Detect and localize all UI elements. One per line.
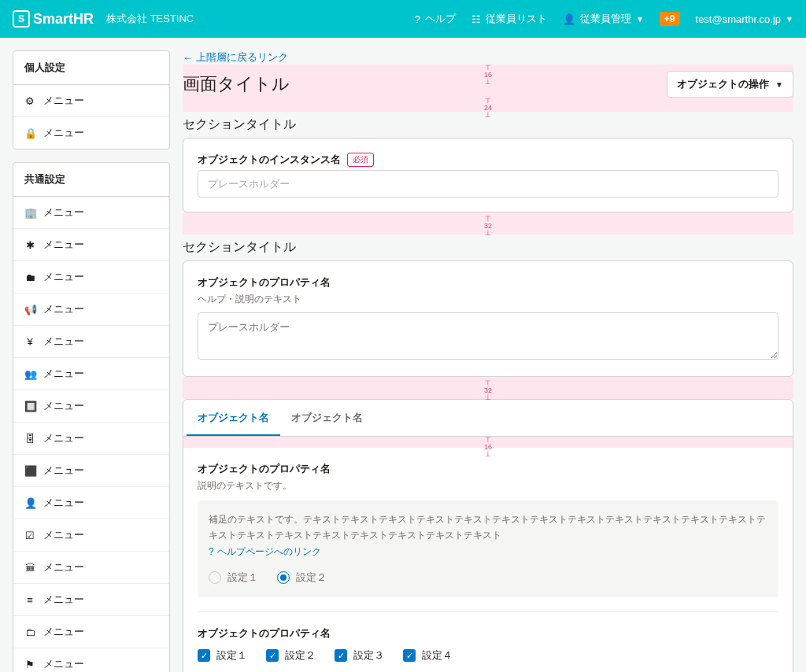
sidebar-item[interactable]: 🔲メニュー bbox=[13, 390, 169, 423]
help-page-link[interactable]: ?ヘルプページへのリンク bbox=[209, 544, 321, 559]
menu-icon: 🖿 bbox=[24, 271, 35, 283]
list-icon: ☷ bbox=[471, 13, 481, 25]
employee-list-link[interactable]: ☷従業員リスト bbox=[471, 12, 547, 26]
caret-down-icon: ▼ bbox=[786, 15, 793, 24]
tab-object-1[interactable]: オブジェクト名 bbox=[187, 400, 280, 436]
logo[interactable]: S SmartHR bbox=[13, 10, 94, 28]
required-tag: 必須 bbox=[347, 153, 374, 167]
logo-text: SmartHR bbox=[33, 11, 94, 28]
checkbox-icon: ✓ bbox=[266, 649, 279, 662]
field-label: オブジェクトのプロパティ名 bbox=[198, 462, 778, 476]
sidebar-item[interactable]: ⬛メニュー bbox=[13, 455, 169, 487]
help-link[interactable]: ?ヘルプ bbox=[415, 12, 456, 26]
object-action-dropdown[interactable]: オブジェクトの操作▼ bbox=[667, 71, 793, 98]
common-settings-title: 共通設定 bbox=[13, 163, 169, 197]
help-text: ヘルプ・説明のテキスト bbox=[198, 293, 778, 306]
spacing-region: ⊤32⊥ bbox=[183, 212, 793, 234]
sidebar-item[interactable]: 🗄メニュー bbox=[13, 423, 169, 455]
caret-down-icon: ▼ bbox=[636, 15, 644, 24]
employee-mgmt-link[interactable]: 👤従業員管理▼ bbox=[563, 12, 644, 26]
spacing-region: ⊤16⊥ 画面タイトル オブジェクトの操作▼ ⊤24⊥ bbox=[183, 65, 793, 112]
property-card: オブジェクトのプロパティ名 ヘルプ・説明のテキスト bbox=[183, 260, 793, 377]
help-icon: ? bbox=[209, 544, 214, 559]
spacing-region: ⊤16⊥ bbox=[183, 437, 793, 448]
sidebar-item[interactable]: 🖿メニュー bbox=[13, 261, 169, 294]
sidebar-item[interactable]: 🏢メニュー bbox=[13, 197, 169, 229]
radio-icon bbox=[209, 571, 221, 584]
caret-down-icon: ▼ bbox=[775, 80, 783, 89]
menu-icon: ✱ bbox=[24, 239, 35, 251]
app-header: S SmartHR 株式会社 TESTINC ?ヘルプ ☷従業員リスト 👤従業員… bbox=[0, 0, 806, 38]
user-icon: 👤 bbox=[563, 13, 575, 25]
menu-icon: 👥 bbox=[24, 368, 35, 380]
checkbox-setting-4[interactable]: ✓設定４ bbox=[403, 648, 453, 663]
tabbed-card: オブジェクト名 オブジェクト名 ⊤16⊥ オブジェクトのプロパティ名 説明のテキ… bbox=[183, 399, 793, 672]
arrow-left-icon: ← bbox=[183, 52, 193, 64]
menu-icon: ⬛ bbox=[24, 465, 35, 477]
info-box: 補足のテキストです。テキストテキストテキストテキストテキストテキストテキストテキ… bbox=[198, 500, 778, 597]
personal-settings-panel: 個人設定 ⚙メニュー 🔒メニュー bbox=[13, 50, 170, 150]
checkbox-setting-3[interactable]: ✓設定３ bbox=[335, 648, 384, 663]
checkbox-icon: ✓ bbox=[335, 649, 347, 662]
sidebar-item[interactable]: 👥メニュー bbox=[13, 358, 169, 390]
spacing-region: ⊤32⊥ bbox=[183, 377, 793, 399]
sidebar-item[interactable]: ⚙メニュー bbox=[13, 85, 169, 117]
sidebar-item[interactable]: 🗀メニュー bbox=[13, 616, 169, 648]
menu-icon: 🔲 bbox=[24, 401, 35, 412]
description-text: 説明のテキストです。 bbox=[198, 479, 778, 493]
radio-setting-2[interactable]: 設定２ bbox=[277, 569, 327, 586]
menu-icon: ⚑ bbox=[24, 659, 35, 670]
sidebar-item[interactable]: ⚑メニュー bbox=[13, 648, 169, 672]
checkbox-icon: ✓ bbox=[198, 649, 210, 662]
personal-settings-title: 個人設定 bbox=[13, 51, 169, 85]
sidebar: 個人設定 ⚙メニュー 🔒メニュー 共通設定 🏢メニュー✱メニュー🖿メニュー📢メニ… bbox=[13, 50, 170, 672]
main-content: ←上階層に戻るリンク ⊤16⊥ 画面タイトル オブジェクトの操作▼ ⊤24⊥ セ… bbox=[183, 50, 793, 672]
menu-icon: ¥ bbox=[24, 336, 35, 348]
tab-object-2[interactable]: オブジェクト名 bbox=[280, 400, 374, 436]
field-label: オブジェクトのプロパティ名 bbox=[198, 275, 778, 290]
radio-setting-1[interactable]: 設定１ bbox=[209, 569, 258, 586]
field-label: オブジェクトのプロパティ名 bbox=[198, 626, 778, 641]
checkbox-setting-2[interactable]: ✓設定２ bbox=[266, 648, 316, 663]
menu-icon: 👤 bbox=[24, 497, 35, 509]
menu-icon: 🗄 bbox=[24, 433, 35, 445]
checkbox-setting-1[interactable]: ✓設定１ bbox=[198, 648, 247, 663]
company-name: 株式会社 TESTINC bbox=[106, 12, 194, 26]
field-label: オブジェクトのインスタンス名必須 bbox=[198, 153, 778, 167]
tabs: オブジェクト名 オブジェクト名 bbox=[183, 400, 793, 437]
property-textarea[interactable] bbox=[198, 312, 778, 360]
sidebar-item[interactable]: ≡メニュー bbox=[13, 584, 169, 616]
user-email-link[interactable]: test@smarthr.co.jp▼ bbox=[696, 13, 793, 25]
help-icon: ? bbox=[415, 13, 420, 25]
logo-icon: S bbox=[13, 10, 30, 28]
menu-icon: 📢 bbox=[24, 304, 35, 316]
lock-icon: 🔒 bbox=[24, 127, 35, 139]
checkbox-icon: ✓ bbox=[403, 649, 416, 662]
back-link[interactable]: ←上階層に戻るリンク bbox=[183, 50, 288, 65]
section-title: セクションタイトル bbox=[183, 116, 793, 133]
menu-icon: 🏢 bbox=[24, 207, 35, 219]
gear-icon: ⚙ bbox=[24, 95, 35, 107]
radio-icon bbox=[277, 571, 290, 584]
menu-icon: 🗀 bbox=[24, 626, 35, 638]
sidebar-item[interactable]: ✱メニュー bbox=[13, 229, 169, 261]
menu-icon: ≡ bbox=[24, 594, 35, 606]
section-title: セクションタイトル bbox=[183, 239, 793, 256]
sidebar-item[interactable]: 👤メニュー bbox=[13, 487, 169, 519]
instance-name-input[interactable] bbox=[198, 170, 778, 198]
sidebar-item[interactable]: 🏛メニュー bbox=[13, 552, 169, 584]
notification-badge[interactable]: +9 bbox=[660, 12, 680, 26]
sidebar-item[interactable]: ☑メニュー bbox=[13, 519, 169, 552]
sidebar-item[interactable]: ¥メニュー bbox=[13, 326, 169, 358]
menu-icon: 🏛 bbox=[24, 562, 35, 574]
common-settings-panel: 共通設定 🏢メニュー✱メニュー🖿メニュー📢メニュー¥メニュー👥メニュー🔲メニュー… bbox=[13, 162, 170, 672]
page-title: 画面タイトル bbox=[183, 72, 290, 96]
instance-card: オブジェクトのインスタンス名必須 bbox=[183, 138, 793, 212]
separator bbox=[198, 611, 778, 612]
sidebar-item[interactable]: 📢メニュー bbox=[13, 294, 169, 326]
menu-icon: ☑ bbox=[24, 530, 35, 541]
sidebar-item[interactable]: 🔒メニュー bbox=[13, 117, 169, 149]
